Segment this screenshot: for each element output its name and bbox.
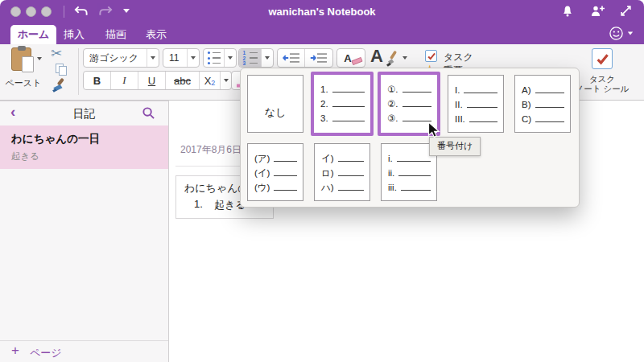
- numbering-option-roman-upper[interactable]: I. II. III.: [448, 75, 504, 133]
- underline-button[interactable]: U: [138, 72, 166, 89]
- indent-group: [277, 48, 333, 68]
- window-title: wanichan's Notebook: [0, 6, 644, 18]
- numbering-option-alpha-paren[interactable]: A) B) C): [514, 75, 571, 133]
- decrease-indent-button[interactable]: [278, 49, 305, 67]
- increase-indent-button[interactable]: [305, 49, 332, 67]
- styles-dropdown-icon[interactable]: [402, 56, 407, 60]
- font-size-dropdown-icon: [187, 49, 199, 67]
- font-name-combo[interactable]: 游ゴシック: [83, 48, 159, 68]
- text-format-group: B I U abc X2: [83, 71, 232, 90]
- paste-button-label[interactable]: ペースト: [0, 77, 47, 89]
- copy-icon[interactable]: [56, 64, 68, 76]
- numbering-option-katakana-fullparen[interactable]: (ア) (イ) (ウ): [247, 143, 303, 201]
- page-sidebar: ‹ 日記 わにちゃんの一日 起きる + ページ: [0, 101, 169, 362]
- subscript-dropdown-icon[interactable]: [221, 72, 231, 89]
- red-check-icon: [427, 51, 436, 61]
- page-item-title: わにちゃんの一日: [11, 132, 100, 146]
- bullets-dropdown-icon: [225, 49, 236, 67]
- numbering-option-none[interactable]: なし: [247, 75, 303, 133]
- clear-formatting-icon: A: [337, 49, 365, 67]
- bullets-icon: [204, 49, 225, 67]
- notifications-bell-icon[interactable]: [561, 5, 574, 21]
- plus-icon: +: [11, 343, 19, 359]
- tab-draw[interactable]: 描画: [100, 25, 132, 44]
- paste-dropdown-icon[interactable]: [37, 57, 42, 60]
- styles-button[interactable]: A: [370, 46, 383, 67]
- font-size-combo[interactable]: 11: [163, 48, 200, 68]
- tab-home[interactable]: ホーム: [10, 25, 56, 44]
- search-icon[interactable]: [142, 106, 155, 123]
- paste-clipboard-icon[interactable]: [11, 47, 31, 71]
- numbering-option-katakana-paren[interactable]: イ) ロ) ハ): [314, 143, 370, 201]
- bold-button[interactable]: B: [84, 72, 111, 89]
- add-page-button[interactable]: + ページ: [0, 340, 168, 362]
- decrease-indent-icon: [283, 52, 300, 64]
- subscript-button[interactable]: X2: [200, 72, 221, 89]
- strikethrough-button[interactable]: abc: [166, 72, 200, 89]
- sidebar-header: ‹ 日記: [0, 101, 168, 125]
- feedback-smiley-button[interactable]: [609, 26, 634, 41]
- cut-scissors-icon[interactable]: ✂: [51, 45, 62, 62]
- titlebar: wanichan's Notebook: [0, 0, 644, 23]
- page-list-item-selected[interactable]: わにちゃんの一日 起きる: [0, 125, 168, 169]
- format-painter-icon[interactable]: [50, 77, 67, 97]
- smiley-icon: [609, 26, 624, 41]
- onenote-window: wanichan's Notebook ホーム 挿入 描画 表示 ペースト ✂: [0, 0, 644, 362]
- task-tag-checkbox[interactable]: [425, 50, 437, 62]
- group-divider: [78, 48, 79, 95]
- page-item-preview: 起きる: [11, 150, 39, 162]
- tab-view[interactable]: 表示: [140, 25, 172, 44]
- numbering-button[interactable]: 1 2 3: [238, 48, 274, 68]
- italic-button[interactable]: I: [111, 72, 138, 89]
- font-name-dropdown-icon: [147, 49, 159, 67]
- numbering-gallery-panel: なし 1. 2. 3. ①. ②. ③. I. II. III. A) B) C…: [240, 68, 580, 208]
- font-size-value: 11: [163, 52, 187, 64]
- task-tag-label[interactable]: タスク: [444, 51, 473, 64]
- numbering-option-decimal-selected[interactable]: 1. 2. 3.: [311, 72, 374, 136]
- clear-formatting-button[interactable]: A: [336, 48, 365, 68]
- numbering-icon: 1 2 3: [239, 49, 262, 67]
- task-note-seal-button[interactable]: [592, 48, 613, 69]
- bullets-button[interactable]: [203, 48, 237, 68]
- mouse-cursor: [427, 121, 441, 143]
- increase-indent-icon: [310, 52, 328, 64]
- page-date: 2017年8月6日: [180, 143, 242, 157]
- numbering-dropdown-icon: [262, 49, 273, 67]
- red-check-icon: [596, 52, 609, 66]
- smiley-dropdown-icon: [628, 32, 633, 35]
- fullscreen-icon[interactable]: [620, 5, 632, 20]
- tab-insert[interactable]: 挿入: [58, 25, 90, 44]
- add-page-label: ページ: [30, 346, 62, 360]
- share-add-person-icon[interactable]: [590, 5, 605, 20]
- font-name-value: 游ゴシック: [84, 51, 147, 65]
- list-item-number: 1.: [194, 198, 203, 210]
